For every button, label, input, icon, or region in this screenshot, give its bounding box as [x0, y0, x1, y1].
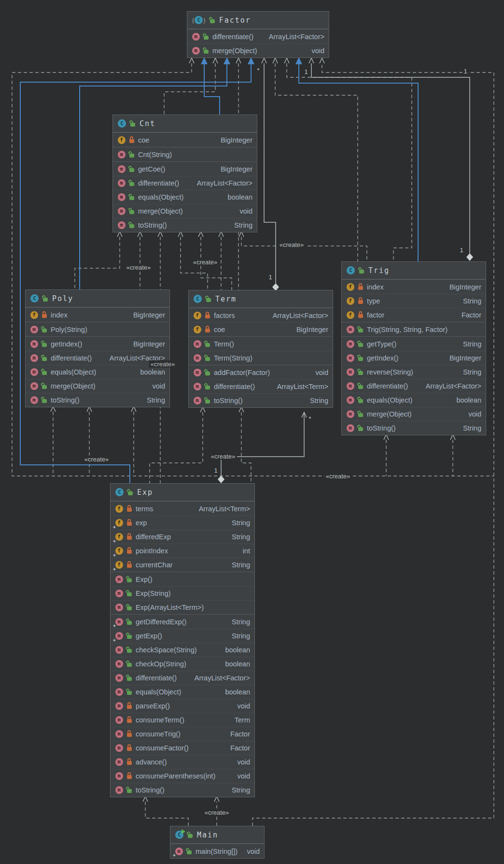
class-box-term[interactable]: CTermffactorsArrayList<Factor>fcoeBigInt… [188, 290, 333, 408]
member-name: equals(Object) [136, 688, 181, 696]
create-stereotype-label: «create» [278, 241, 306, 248]
field-row[interactable]: fcoeBigInteger [189, 322, 333, 336]
method-row[interactable]: mTerm() [189, 337, 333, 351]
method-row[interactable]: mExp(ArrayList<Term>) [111, 600, 254, 614]
method-row[interactable]: mcheckOp(String)boolean [111, 657, 254, 671]
member-type: ArrayList<Term> [277, 383, 328, 390]
field-icon: f [115, 533, 123, 541]
method-row[interactable]: madvance()void [111, 755, 254, 769]
method-row[interactable]: mgetCoe()BigInteger [113, 162, 257, 176]
member-name: differentiate() [51, 354, 92, 362]
member-type: BigInteger [449, 354, 481, 362]
method-row[interactable]: mTrig(String, String, Factor) [342, 322, 486, 336]
method-row[interactable]: mconsumeFactor()Factor [111, 741, 254, 755]
class-header-poly[interactable]: CPoly [26, 290, 169, 307]
method-row[interactable]: mmerge(Object)void [113, 204, 257, 218]
class-title: Term [215, 295, 237, 303]
public-lock-icon [42, 326, 47, 333]
method-row[interactable]: mreverse(String)String [342, 365, 486, 379]
method-row[interactable]: mconsumeParentheses(int)void [111, 769, 254, 783]
field-row[interactable]: fpointIndexint [111, 544, 254, 558]
class-header-term[interactable]: CTerm [189, 290, 333, 308]
method-row[interactable]: mparseExp()void [111, 699, 254, 713]
method-icon: m [115, 632, 123, 640]
public-lock-icon [358, 397, 364, 403]
method-row[interactable]: mtoString()String [26, 393, 169, 407]
method-row[interactable]: mgetType()String [342, 337, 486, 351]
method-row[interactable]: mcheckSpace(String)boolean [111, 643, 254, 657]
field-row[interactable]: fcurrentCharString [111, 558, 254, 572]
method-row[interactable]: mdifferentiate()ArrayList<Factor> [113, 176, 257, 190]
method-row[interactable]: mdifferentiate()ArrayList<Term> [189, 379, 333, 393]
field-row[interactable]: ffactorsArrayList<Factor> [189, 308, 333, 322]
field-row[interactable]: ftermsArrayList<Term> [111, 502, 254, 516]
method-row[interactable]: mdifferentiate()ArrayList<Factor> [111, 671, 254, 685]
method-row[interactable]: mtoString()String [113, 218, 257, 232]
method-row[interactable]: mdifferentiate()ArrayList<Factor> [342, 379, 486, 393]
private-lock-icon [126, 759, 132, 765]
method-row[interactable]: mTerm(String) [189, 351, 333, 365]
class-box-poly[interactable]: CPolyfindexBigIntegermPoly(String)mgetIn… [25, 289, 170, 407]
class-header-main[interactable]: CMain [170, 826, 264, 844]
field-row[interactable]: ftypeString [342, 294, 486, 308]
class-box-cnt[interactable]: CCntfcoeBigIntegermCnt(String)mgetCoe()B… [112, 115, 257, 232]
class-header-cnt[interactable]: CCnt [113, 115, 257, 132]
method-row[interactable]: mconsumeTerm()Term [111, 713, 254, 727]
method-row[interactable]: mExp() [111, 572, 254, 586]
field-row[interactable]: findexBigInteger [26, 308, 169, 322]
method-icon: m [192, 32, 200, 41]
private-lock-icon [126, 717, 132, 723]
method-row[interactable]: mCnt(String) [113, 147, 257, 161]
method-row[interactable]: mequals(Object)boolean [26, 365, 169, 379]
method-icon: m [30, 396, 38, 404]
field-row[interactable]: findexBigInteger [342, 280, 486, 294]
method-row[interactable]: mequals(Object)boolean [342, 393, 486, 407]
method-row[interactable]: maddFactor(Factor)void [189, 365, 333, 379]
method-row[interactable]: mmain(String[])void [170, 844, 264, 858]
method-icon: m [346, 410, 354, 418]
method-row[interactable]: mequals(Object)boolean [111, 685, 254, 699]
class-header-exp[interactable]: CExp [111, 484, 254, 501]
member-type: ArrayList<Factor> [273, 312, 328, 319]
method-row[interactable]: mgetExp()String [111, 629, 254, 643]
member-type: void [239, 207, 252, 215]
method-row[interactable]: mPoly(String) [26, 322, 169, 336]
public-lock-icon [42, 355, 47, 361]
method-row[interactable]: mdifferentiate()ArrayList<Factor> [187, 29, 329, 43]
member-name: toString() [136, 786, 165, 794]
method-row[interactable]: mtoString()String [111, 783, 254, 797]
method-row[interactable]: mtoString()String [189, 393, 333, 407]
public-lock-icon [126, 675, 132, 681]
field-row[interactable]: fdifferedExpString [111, 530, 254, 544]
field-row[interactable]: fexpString [111, 516, 254, 530]
member-section: mPoly(String) [26, 322, 169, 336]
class-title: Exp [137, 488, 153, 497]
member-name: differentiate() [138, 179, 179, 187]
static-badge-icon [112, 638, 116, 642]
class-box-main[interactable]: CMainmmain(String[])void [170, 826, 265, 859]
method-row[interactable]: mtoString()String [342, 421, 486, 435]
member-type: String [147, 396, 165, 404]
method-row[interactable]: mmerge(Object)void [187, 43, 329, 58]
method-row[interactable]: mExp(String) [111, 586, 254, 600]
field-row[interactable]: fcoeBigInteger [113, 133, 257, 147]
method-row[interactable]: mgetIndex()BigInteger [26, 337, 169, 351]
class-box-factor[interactable]: (C)Factormdifferentiate()ArrayList<Facto… [187, 11, 329, 58]
method-row[interactable]: mgetDifferedExp()String [111, 615, 254, 629]
method-row[interactable]: mmerge(Object)void [26, 379, 169, 393]
class-header-factor[interactable]: (C)Factor [187, 12, 329, 29]
method-icon: m [115, 618, 123, 626]
method-row[interactable]: mdifferentiate()ArrayList<Factor> [26, 351, 169, 365]
method-row[interactable]: mmerge(Object)void [342, 407, 486, 421]
method-row[interactable]: mconsumeTrig()Factor [111, 727, 254, 741]
member-type: String [463, 297, 481, 305]
class-header-trig[interactable]: CTrig [342, 262, 486, 279]
class-box-exp[interactable]: CExpftermsArrayList<Term>fexpStringfdiff… [110, 483, 255, 797]
class-box-trig[interactable]: CTrigfindexBigIntegerftypeStringffactorF… [341, 261, 486, 435]
field-icon: f [193, 311, 201, 319]
private-lock-icon [126, 519, 132, 526]
field-row[interactable]: ffactorFactor [342, 308, 486, 322]
member-name: getDifferedExp() [136, 618, 186, 626]
method-row[interactable]: mequals(Object)boolean [113, 190, 257, 204]
method-row[interactable]: mgetIndex()BigInteger [342, 351, 486, 365]
